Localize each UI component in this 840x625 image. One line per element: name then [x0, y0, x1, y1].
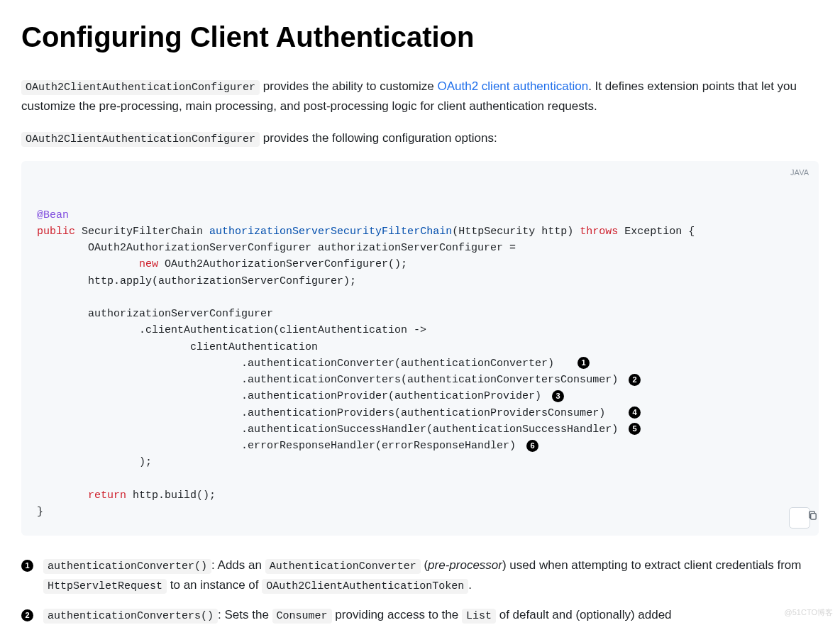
code-line: .authenticationProvider(authenticationPr… — [37, 390, 548, 402]
text: ) used when attempting to extract client… — [502, 558, 801, 572]
intro-paragraph-2: OAuth2ClientAuthenticationConfigurer pro… — [21, 128, 819, 148]
svg-rect-0 — [810, 514, 816, 519]
text: provides the ability to customize — [260, 79, 437, 93]
code-token: OAuth2ClientAuthenticationToken — [262, 579, 468, 594]
callout-badge-3: 3 — [552, 390, 564, 402]
code-block: JAVA @Bean public SecurityFilterChain au… — [21, 161, 819, 536]
code-kw: public — [37, 226, 75, 238]
callout-badge: 1 — [21, 560, 33, 572]
code-line: ); — [37, 456, 152, 468]
code-token: Consumer — [272, 609, 332, 624]
copy-button[interactable] — [789, 507, 810, 529]
code-line: http.build(); — [126, 490, 216, 502]
code-line: .authenticationConverter(authenticationC… — [37, 358, 573, 370]
callout-text: authenticationConverter(): Adds an Authe… — [43, 555, 819, 595]
code-line: OAuth2AuthorizationServerConfigurer(); — [158, 258, 407, 270]
code-line: authorizationServerConfigurer — [37, 308, 273, 320]
callout-text: authenticationConverters(): Sets the Con… — [43, 605, 819, 625]
code-line: SecurityFilterChain — [82, 226, 203, 238]
text: of default and (optionally) added — [496, 608, 672, 621]
callout-badge: 2 — [21, 609, 33, 621]
code-language-label: JAVA — [790, 167, 809, 179]
code-token: AuthenticationConverter — [265, 559, 421, 574]
code-line: http.apply(authorizationServerConfigurer… — [37, 275, 356, 287]
code-kw: throws — [573, 226, 624, 238]
text: . — [468, 578, 472, 592]
code-line: .clientAuthentication(clientAuthenticati… — [37, 324, 426, 336]
text: providing access to the — [332, 608, 462, 621]
code-line: .authenticationSuccessHandler(authentica… — [37, 424, 624, 436]
code-line: .authenticationProviders(authenticationP… — [37, 407, 624, 419]
code-token: List — [462, 609, 496, 624]
code-line — [37, 258, 139, 270]
text: : Adds an — [211, 558, 265, 572]
code-line: authorizationServerSecurityFilterChain — [209, 226, 452, 238]
code-line: .errorResponseHandler(errorResponseHandl… — [37, 440, 522, 452]
page-title: Configuring Client Authentication — [21, 14, 819, 60]
callout-list: 1 authenticationConverter(): Adds an Aut… — [21, 555, 819, 625]
code-line: clientAuthentication — [37, 341, 318, 353]
code-line: OAuth2AuthorizationServerConfigurer auth… — [37, 242, 516, 254]
callout-badge-2: 2 — [629, 374, 641, 386]
code-line: (HttpSecurity http) — [452, 226, 573, 238]
oauth2-client-auth-link[interactable]: OAuth2 client authentication — [437, 79, 588, 93]
watermark: @51CTO博客 — [785, 607, 833, 619]
code-token: authenticationConverters() — [43, 609, 218, 624]
code-line: @Bean — [37, 209, 69, 221]
callout-badge-6: 6 — [526, 440, 538, 452]
code-line: Exception { — [624, 226, 695, 238]
text: to an instance of — [167, 578, 262, 592]
text: ( — [421, 558, 428, 572]
code-kw: return — [88, 490, 126, 502]
code-token: HttpServletRequest — [43, 579, 167, 594]
code-line: .authenticationConverters(authentication… — [37, 374, 624, 386]
callout-badge-1: 1 — [578, 357, 590, 369]
callout-badge-4: 4 — [629, 406, 641, 419]
code-token: OAuth2ClientAuthenticationConfigurer — [21, 132, 260, 147]
code-line — [37, 490, 88, 502]
text: : Sets the — [218, 608, 272, 621]
callout-item: 1 authenticationConverter(): Adds an Aut… — [21, 555, 819, 595]
callout-item: 2 authenticationConverters(): Sets the C… — [21, 605, 819, 625]
code-kw: new — [139, 258, 158, 270]
code-token: OAuth2ClientAuthenticationConfigurer — [21, 80, 260, 95]
intro-paragraph-1: OAuth2ClientAuthenticationConfigurer pro… — [21, 77, 819, 116]
code-line: } — [37, 506, 43, 518]
emphasis: pre-processor — [428, 558, 502, 572]
text: provides the following configuration opt… — [260, 131, 497, 145]
clipboard-icon — [782, 494, 818, 536]
code-token: authenticationConverter() — [43, 559, 211, 574]
callout-badge-5: 5 — [629, 423, 641, 435]
